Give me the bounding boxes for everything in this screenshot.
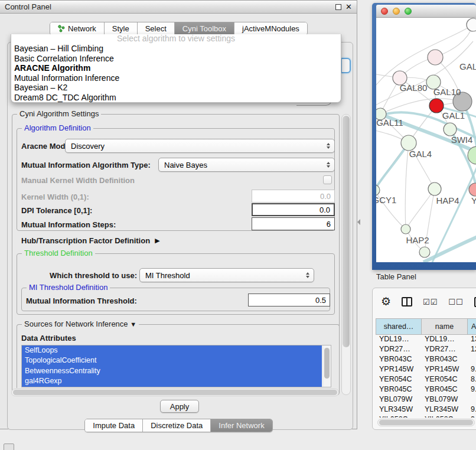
tab-select[interactable]: Select	[138, 22, 175, 35]
network-edge[interactable]	[376, 143, 409, 195]
network-node[interactable]	[376, 185, 380, 195]
tab-discretize-data[interactable]: Discretize Data	[143, 419, 211, 432]
tab-network[interactable]: Network	[50, 22, 105, 35]
threshold-definition-title: Threshold Definition	[22, 249, 95, 257]
network-window-titlebar[interactable]	[376, 5, 476, 18]
table-row[interactable]: YPR145WYPR145W9.	[376, 364, 476, 374]
table-row[interactable]: YLR345WYLR345W9.	[376, 405, 476, 415]
float-panel-icon[interactable]	[335, 4, 341, 10]
algorithm-option[interactable]: Mutual Information Inference	[11, 73, 341, 83]
network-node[interactable]	[428, 182, 441, 195]
table-cell: YDR27…	[421, 344, 467, 354]
manual-kernel-width-checkbox[interactable]	[323, 175, 332, 184]
which-threshold-value: MI Threshold	[140, 271, 304, 280]
columns-icon[interactable]	[402, 297, 412, 306]
which-threshold-combo[interactable]: MI Threshold	[139, 268, 314, 282]
table-cell: YBR045C	[421, 384, 467, 394]
network-node[interactable]	[401, 224, 410, 234]
mi-threshold-field[interactable]: 0.5	[248, 294, 330, 306]
table-row[interactable]: YBL079WYBL079W	[376, 394, 476, 405]
network-node[interactable]	[467, 18, 476, 31]
tab-style[interactable]: Style	[105, 22, 138, 35]
data-attributes-list[interactable]: SelfLoopsTopologicalCoefficientBetweenne…	[21, 345, 331, 387]
hub-definition-toggle[interactable]: Hub/Transcription Factor Definition ▶	[21, 236, 160, 245]
node-label: GAL11	[376, 118, 403, 128]
table-cell: YIL052C	[376, 415, 421, 418]
aracne-mode-combo[interactable]: Discovery	[65, 139, 335, 153]
table-row[interactable]: YER054CYER054C8.	[376, 374, 476, 384]
deselect-checks-icon[interactable]: ☐☐	[448, 298, 463, 306]
table-column-header[interactable]: shared…	[376, 319, 422, 335]
table-row[interactable]: YDR27…YDR27…12	[376, 344, 476, 354]
close-window-icon[interactable]	[381, 8, 388, 15]
table-cell: YBL079W	[376, 394, 421, 405]
table-hscrollbar-thumb[interactable]	[379, 420, 473, 425]
network-canvas[interactable]: GALGAL80GAL10GAL1GAL11SWI4GAL4GCY1HAP4YH…	[376, 18, 476, 262]
data-attribute-item[interactable]: TopologicalCoefficient	[22, 356, 322, 366]
data-attribute-item[interactable]: SelfLoops	[22, 345, 322, 356]
tab-label: Select	[145, 24, 167, 33]
hscrollbar-thumb[interactable]	[13, 390, 337, 395]
kernel-width-field[interactable]: 0.0	[252, 190, 335, 203]
data-attribute-item[interactable]: BetweennessCentrality	[22, 366, 322, 376]
settings-vertical-scrollbar[interactable]	[341, 114, 351, 395]
tab-label: Discretize Data	[151, 421, 203, 430]
network-node[interactable]	[444, 123, 457, 136]
mi-algorithm-type-label: Mutual Information Algorithm Type:	[21, 161, 151, 169]
list-scrollbar-thumb[interactable]	[324, 348, 330, 379]
bottom-corner-button[interactable]	[4, 444, 14, 450]
node-table-body[interactable]: YDL19…YDL19…13YDR27…YDR27…12YBR043CYBR04…	[376, 334, 476, 418]
settings-scrollbar-thumb[interactable]	[343, 116, 350, 347]
network-edge[interactable]	[406, 189, 435, 229]
table-row[interactable]: YBR045CYBR045C9.	[376, 384, 476, 394]
dpi-tolerance-label: DPI Tolerance [0,1]:	[21, 206, 92, 215]
table-cell: 13	[467, 334, 476, 344]
table-cell: 8.	[467, 374, 476, 384]
algorithm-option[interactable]: Bayesian – Hill Climbing	[11, 44, 341, 54]
network-node[interactable]	[469, 183, 476, 196]
settings-horizontal-scrollbar[interactable]	[11, 389, 339, 396]
algorithm-option[interactable]: Basic Correlation Inference	[11, 54, 341, 64]
table-row[interactable]: YDL19…YDL19…13	[376, 334, 476, 344]
list-vertical-scrollbar[interactable]	[322, 345, 331, 387]
algorithm-option[interactable]: Bayesian – K2	[11, 83, 341, 93]
table-horizontal-scrollbar[interactable]	[377, 419, 475, 426]
panel-collapse-arrow-icon[interactable]	[357, 219, 360, 225]
network-edge[interactable]	[405, 143, 409, 229]
table-panel-title: Table Panel	[376, 272, 416, 281]
table-column-header[interactable]: name	[422, 319, 468, 335]
minimize-window-icon[interactable]	[393, 8, 400, 15]
combo-arrows-icon	[304, 272, 314, 278]
sources-group-title[interactable]: Sources for Network Inference ▼	[22, 319, 139, 328]
network-node[interactable]	[419, 247, 430, 257]
close-panel-icon[interactable]: ✕	[345, 4, 352, 10]
table-cell: 9.	[467, 405, 476, 415]
gear-icon[interactable]: ⚙	[381, 296, 391, 307]
algorithm-option[interactable]: ARACNE Algorithm	[11, 63, 341, 73]
dpi-tolerance-field[interactable]: 0.0	[252, 203, 335, 216]
data-attribute-item[interactable]: gal4RGexp	[22, 376, 322, 386]
tab-jactivemnodules[interactable]: jActiveMNodules	[234, 22, 307, 35]
table-cell: YBR045C	[376, 384, 421, 394]
tab-cyni-toolbox[interactable]: Cyni Toolbox	[175, 22, 234, 35]
table-panel: ⚙ ☑☑ ☐☐ shared…nameA YDL19…YDL19…13YDR27…	[372, 288, 476, 430]
tab-infer-network[interactable]: Infer Network	[211, 419, 272, 432]
network-node[interactable]	[428, 50, 443, 65]
settings-group-title: Cyni Algorithm Settings	[17, 109, 101, 118]
mi-threshold-label: Mutual Information Threshold:	[26, 296, 137, 305]
table-row[interactable]: YIL052CYIL052C9.	[376, 415, 476, 418]
mi-steps-field[interactable]: 6	[252, 217, 335, 230]
algorithm-option[interactable]: Dream8 DC_TDC Algorithm	[11, 93, 341, 103]
table-column-header[interactable]: A	[468, 319, 476, 335]
tab-label: Infer Network	[219, 421, 264, 430]
kernel-width-label: Kernel Width (0,1):	[21, 193, 89, 201]
tab-label: Style	[112, 24, 129, 33]
network-node[interactable]	[429, 99, 444, 113]
zoom-window-icon[interactable]	[405, 8, 412, 15]
apply-button[interactable]: Apply	[160, 400, 199, 413]
network-edge[interactable]	[423, 235, 476, 262]
select-all-checks-icon[interactable]: ☑☑	[423, 298, 438, 306]
table-row[interactable]: YBR043CYBR043C	[376, 354, 476, 364]
mi-algorithm-type-combo[interactable]: Naive Bayes	[158, 158, 335, 172]
tab-impute-data[interactable]: Impute Data	[85, 419, 143, 432]
